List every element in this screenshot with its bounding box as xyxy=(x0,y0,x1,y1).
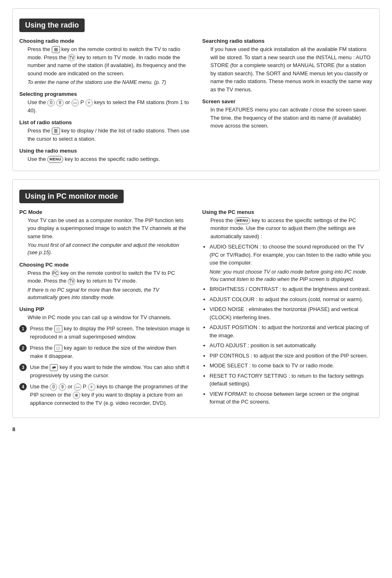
using-pip-heading: Using PIP xyxy=(19,306,190,312)
pip-step-3: 3 Use the ⇄ key if you want to hide the … xyxy=(19,363,190,379)
pip-step-1: 1 Press the □ key to display the PIP scr… xyxy=(19,325,190,341)
list-radio-stations-body: Press the ☰ key to display / hide the li… xyxy=(28,127,190,143)
pc-mode-body: Your TV can be used as a computer monito… xyxy=(28,216,190,241)
pc-mode-heading: PC Mode xyxy=(19,209,190,215)
choosing-pc-mode-body: Press the PC key on the remote control t… xyxy=(28,269,190,285)
minus-key-2: — xyxy=(74,383,81,391)
step-4-number: 4 xyxy=(19,383,27,390)
screen-saver-heading: Screen saver xyxy=(202,98,373,104)
pc-menu-item-7: PIP CONTROLS : to adjust the size and po… xyxy=(210,352,373,360)
pc-key-icon: PC xyxy=(52,269,59,277)
using-pc-menus-heading: Using the PC menus xyxy=(202,209,373,215)
pc-menu-item-8: MODE SELECT : to come back to TV or radi… xyxy=(210,362,373,370)
minus-key: — xyxy=(71,99,79,107)
zero-key-2: 0 xyxy=(50,383,57,391)
pc-menu-item-2: BRIGHTNESS / CONTRAST : to adjust the br… xyxy=(210,285,373,293)
radio-section: Using the radio Choosing radio mode Pres… xyxy=(12,8,380,171)
pc-menu-item-6: AUTO ADJUST : position is set automatica… xyxy=(210,341,373,350)
list-radio-stations-heading: List of radio stations xyxy=(19,119,190,125)
nine-key-2: 9 xyxy=(59,383,66,391)
selecting-programmes-body: Use the 0 9 or — P + keys to select the … xyxy=(28,98,190,114)
pc-menu-item-3: ADJUST COLOUR : to adjust the colours (c… xyxy=(210,295,373,304)
list-key-icon: ☰ xyxy=(52,128,60,135)
tv-key-icon2: TV xyxy=(68,278,75,285)
using-pip-intro: While in PC mode you can call up a windo… xyxy=(28,313,190,322)
choosing-radio-mode-note: To enter the name of the stations use th… xyxy=(28,79,190,86)
pc-two-col: PC Mode Your TV can be used as a compute… xyxy=(19,209,373,410)
step-2-text: Press the □ key again to reduce the size… xyxy=(30,344,190,360)
choosing-pc-mode-note: If there is no PC signal for more than f… xyxy=(28,286,190,301)
radio-two-col: Choosing radio mode Press the ⊟ key on t… xyxy=(19,38,373,163)
choosing-radio-mode-heading: Choosing radio mode xyxy=(19,38,190,44)
screen-saver-body: In the FEATURES menu you can activate / … xyxy=(210,106,373,130)
pc-menu-items: AUDIO SELECTION : to choose the sound re… xyxy=(210,243,373,406)
pc-menu-item-5: ADJUST POSITION : to adjust the horizont… xyxy=(210,323,373,339)
using-radio-menus-heading: Using the radio menus xyxy=(19,148,190,154)
pip-steps: 1 Press the □ key to display the PIP scr… xyxy=(19,325,190,407)
step-4-text: Use the 0 9 or — P + keys to change the … xyxy=(30,383,190,407)
nine-key: 9 xyxy=(56,99,64,107)
step-3-number: 3 xyxy=(19,364,27,371)
step-1-number: 1 xyxy=(19,325,27,332)
pc-right-col: Using the PC menus Press the MENU key to… xyxy=(202,209,373,410)
page-container: Using the radio Choosing radio mode Pres… xyxy=(12,8,380,432)
plus-key: + xyxy=(85,99,93,107)
radio-key-icon: ⊟ xyxy=(52,46,60,53)
pc-menu-item-4: VIDEO NOISE : eliminates the horizontal … xyxy=(210,305,373,321)
radio-left-col: Choosing radio mode Press the ⊟ key on t… xyxy=(19,38,190,163)
pc-mode-note: You must first of all connect the comput… xyxy=(28,241,190,256)
selecting-programmes-heading: Selecting programmes xyxy=(19,91,190,97)
pc-menu-item-10: VIEW FORMAT: to choose between large scr… xyxy=(210,390,373,406)
pc-menu-item-9: RESET TO FACTORY SETTING : to return to … xyxy=(210,372,373,388)
pc-section: Using in PC monitor mode PC Mode Your TV… xyxy=(12,179,380,418)
step-2-number: 2 xyxy=(19,344,27,352)
radio-right-col: Searching radio stations If you have use… xyxy=(202,38,373,163)
step-3-text: Use the ⇄ key if you want to hide the wi… xyxy=(30,363,190,379)
audio-selection-note: Note: you must choose TV or radio mode b… xyxy=(210,268,373,283)
menu-key-icon: MENU xyxy=(47,156,63,163)
circle-plus-key: ⊕ xyxy=(73,392,80,399)
searching-radio-stations-heading: Searching radio stations xyxy=(202,38,373,44)
using-pc-menus-body: Press the MENU key to access the specifi… xyxy=(210,216,373,241)
pc-left-col: PC Mode Your TV can be used as a compute… xyxy=(19,209,190,410)
tv-key-icon: TV xyxy=(68,54,75,61)
pip-step-2: 2 Press the □ key again to reduce the si… xyxy=(19,344,190,360)
pc-menu-item-1: AUDIO SELECTION : to choose the sound re… xyxy=(210,243,373,283)
pip-step-4: 4 Use the 0 9 or — P + keys to change th… xyxy=(19,383,190,407)
pip-key-2: □ xyxy=(54,345,62,352)
menu-key-pc: MENU xyxy=(235,217,251,224)
step-1-text: Press the □ key to display the PIP scree… xyxy=(30,325,190,341)
choosing-pc-mode-heading: Choosing PC mode xyxy=(19,262,190,268)
radio-section-title: Using the radio xyxy=(19,19,85,32)
plus-key-2: + xyxy=(88,383,95,391)
swap-key: ⇄ xyxy=(50,364,58,371)
page-number: 8 xyxy=(12,426,380,432)
zero-key: 0 xyxy=(47,99,55,107)
searching-radio-stations-body: If you have used the quick installation … xyxy=(210,45,373,93)
pip-key-1: □ xyxy=(54,325,62,332)
pc-section-title: Using in PC monitor mode xyxy=(19,190,124,203)
choosing-radio-mode-body: Press the ⊟ key on the remote control to… xyxy=(28,45,190,77)
using-radio-menus-body: Use the MENU key to access the specific … xyxy=(28,155,190,163)
